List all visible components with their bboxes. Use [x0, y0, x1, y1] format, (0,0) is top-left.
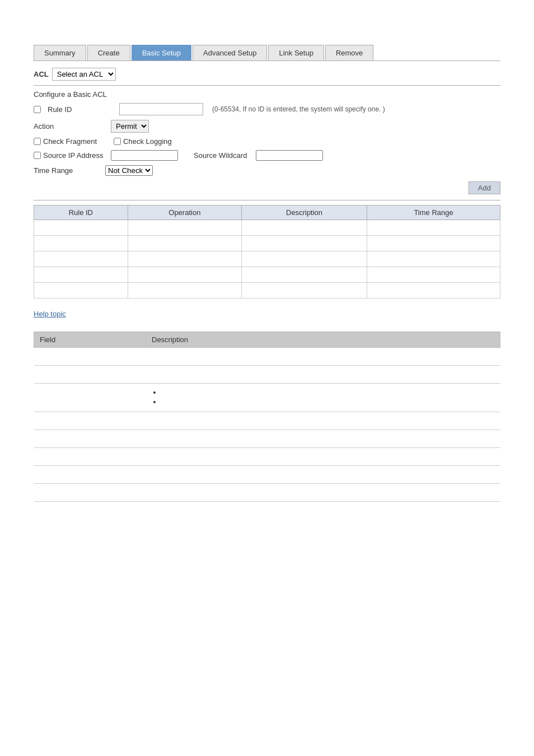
rule-id-checkbox[interactable]: [34, 106, 41, 113]
tab-summary[interactable]: Summary: [34, 45, 86, 60]
help-field: [34, 348, 146, 366]
help-field: [34, 448, 146, 466]
help-desc: [146, 366, 500, 384]
help-row: [34, 466, 500, 484]
checkbox-row: Check Fragment Check Logging: [34, 137, 500, 146]
add-button[interactable]: Add: [469, 181, 500, 194]
col-time-range: Time Range: [367, 206, 500, 220]
help-desc: [146, 430, 500, 448]
check-logging-item: Check Logging: [114, 137, 172, 146]
table-row: [34, 267, 500, 283]
help-desc: [146, 484, 500, 502]
col-operation: Operation: [128, 206, 241, 220]
tab-link-setup[interactable]: Link Setup: [268, 45, 324, 60]
help-field: [34, 430, 146, 448]
help-row: [34, 348, 500, 366]
help-field: [34, 384, 146, 412]
tab-remove[interactable]: Remove: [325, 45, 373, 60]
help-field: [34, 366, 146, 384]
acl-label: ACL: [34, 70, 49, 78]
help-col-field: Field: [34, 332, 146, 348]
data-table: Rule ID Operation Description Time Range: [34, 205, 500, 298]
check-fragment-label: Check Fragment: [43, 137, 97, 146]
check-logging-checkbox[interactable]: [114, 138, 121, 145]
check-logging-label: Check Logging: [123, 137, 172, 146]
tab-advanced-setup[interactable]: Advanced Setup: [193, 45, 267, 60]
help-field: [34, 412, 146, 430]
source-wildcard-label: Source Wildcard: [194, 151, 247, 160]
section-title: Configure a Basic ACL: [34, 90, 500, 99]
help-desc: [146, 384, 500, 412]
table-row: [34, 283, 500, 298]
check-fragment-item: Check Fragment: [34, 137, 97, 146]
rule-id-input[interactable]: [119, 103, 203, 115]
check-fragment-checkbox[interactable]: [34, 138, 41, 145]
help-bullet: [162, 398, 495, 406]
rule-id-label: Rule ID: [48, 105, 115, 114]
add-btn-row: Add: [34, 181, 500, 194]
source-ip-label: Source IP Address: [43, 151, 103, 160]
help-field: [34, 466, 146, 484]
source-wildcard-input[interactable]: [256, 150, 323, 161]
acl-row: ACL Select an ACL: [34, 68, 500, 81]
source-ip-input[interactable]: [111, 150, 178, 161]
help-desc: [146, 348, 500, 366]
help-desc: [146, 412, 500, 430]
tab-basic-setup[interactable]: Basic Setup: [132, 45, 191, 60]
tab-create[interactable]: Create: [87, 45, 130, 60]
rule-id-hint: (0-65534, If no ID is entered, the syste…: [212, 105, 385, 113]
tab-bar: Summary Create Basic Setup Advanced Setu…: [34, 45, 500, 61]
time-range-row: Time Range Not Check Check: [34, 165, 500, 176]
action-select[interactable]: Permit Deny: [111, 120, 149, 133]
table-row: [34, 220, 500, 236]
help-desc: [146, 466, 500, 484]
help-bullet: [162, 388, 495, 396]
col-description: Description: [242, 206, 367, 220]
action-row: Action Permit Deny: [34, 120, 500, 133]
acl-select[interactable]: Select an ACL: [52, 68, 116, 81]
time-range-label: Time Range: [34, 166, 101, 175]
source-row: Source IP Address Source Wildcard: [34, 150, 500, 161]
help-row: [34, 430, 500, 448]
time-range-select[interactable]: Not Check Check: [105, 165, 153, 176]
source-ip-checkbox[interactable]: [34, 152, 41, 159]
divider-1: [34, 85, 500, 86]
help-row: [34, 366, 500, 384]
help-table: Field Description: [34, 332, 500, 502]
divider-2: [34, 200, 500, 200]
help-link[interactable]: Help topic: [34, 310, 66, 318]
help-row: [34, 484, 500, 502]
rule-id-row: Rule ID (0-65534, If no ID is entered, t…: [34, 103, 500, 115]
col-rule-id: Rule ID: [34, 206, 128, 220]
table-row: [34, 251, 500, 267]
help-row: [34, 448, 500, 466]
help-row: [34, 412, 500, 430]
table-row: [34, 236, 500, 251]
help-desc: [146, 448, 500, 466]
help-field: [34, 484, 146, 502]
help-col-description: Description: [146, 332, 500, 348]
source-ip-item: Source IP Address: [34, 151, 106, 160]
action-label: Action: [34, 122, 106, 130]
form-section: Configure a Basic ACL Rule ID (0-65534, …: [34, 90, 500, 176]
help-row: [34, 384, 500, 412]
